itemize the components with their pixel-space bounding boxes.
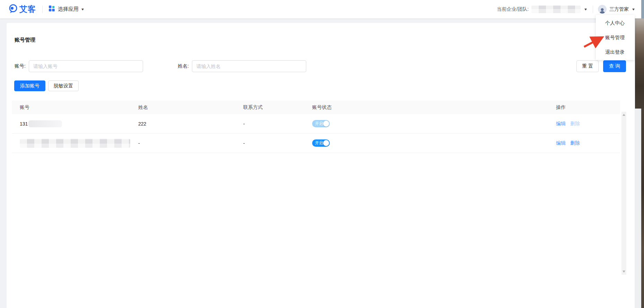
page-title: 账号管理 <box>15 37 35 43</box>
top-nav: 艾客 选择应用 ▼ 当前企业/团队: ▼ <box>0 0 644 18</box>
user-avatar[interactable] <box>598 5 607 14</box>
redacted-team-name <box>531 6 581 13</box>
table-row: 131 222 - 开启 编辑 删除 <box>12 114 620 134</box>
col-actions: 操作 <box>548 104 620 111</box>
scroll-up-icon[interactable] <box>623 114 625 116</box>
account-cell <box>12 139 130 148</box>
name-cell: - <box>130 140 235 146</box>
actions-cell: 编辑 删除 <box>548 121 620 127</box>
toggle-knob <box>323 140 329 146</box>
app-grid-icon <box>49 6 55 13</box>
account-field-label: 账号: <box>15 63 26 69</box>
redacted-account-number <box>20 139 130 148</box>
top-nav-left: 艾客 选择应用 ▼ <box>8 4 84 15</box>
user-name[interactable]: 三方管家 <box>609 6 629 12</box>
name-input[interactable] <box>192 60 306 72</box>
toggle-knob <box>323 121 329 127</box>
desktop-edge-dark-strip <box>641 109 644 308</box>
account-number-partial: 131 <box>20 121 28 127</box>
logo-text: 艾客 <box>19 4 36 15</box>
search-actions: 重 置 查 询 <box>576 60 626 72</box>
col-contact: 联系方式 <box>235 104 304 111</box>
divider <box>42 6 43 13</box>
account-cell: 131 <box>12 120 130 127</box>
scroll-down-icon[interactable] <box>623 271 625 273</box>
contact-cell: - <box>235 140 304 146</box>
desensitize-settings-button[interactable]: 脱敏设置 <box>48 80 79 91</box>
table-header-row: 账号 姓名 联系方式 账号状态 操作 <box>12 101 620 114</box>
top-nav-right: 当前企业/团队: ▼ 三方管家 ▼ <box>497 5 635 14</box>
desktop-edge-strip <box>635 18 644 109</box>
desktop-edge-top <box>641 0 644 18</box>
app-switcher-label: 选择应用 <box>58 6 79 12</box>
edit-link[interactable]: 编辑 <box>556 121 566 127</box>
logo-icon <box>8 4 18 15</box>
red-annotation-arrow <box>581 34 606 50</box>
delete-link[interactable]: 删除 <box>570 121 580 127</box>
status-cell: 开启 <box>304 120 548 127</box>
contact-cell: - <box>235 121 304 127</box>
status-cell: 开启 <box>304 139 548 147</box>
name-field-label: 姓名: <box>178 63 189 69</box>
status-toggle[interactable]: 开启 <box>312 120 330 127</box>
col-name: 姓名 <box>130 104 235 111</box>
name-cell: 222 <box>130 121 235 127</box>
status-toggle[interactable]: 开启 <box>312 139 330 147</box>
app-logo[interactable]: 艾客 <box>8 4 36 15</box>
actions-cell: 编辑 删除 <box>548 140 620 146</box>
app-switcher[interactable]: 选择应用 ▼ <box>49 6 84 13</box>
user-chevron-down-icon[interactable]: ▼ <box>632 8 636 11</box>
search-form: 账号: 姓名: 重 置 查 询 <box>15 60 626 72</box>
edit-link[interactable]: 编辑 <box>556 140 566 146</box>
menu-item-personal-center[interactable]: 个人中心 <box>596 16 635 30</box>
query-button[interactable]: 查 询 <box>603 60 626 72</box>
status-toggle-label: 开启 <box>315 140 323 146</box>
browser-scrollbar-track[interactable] <box>635 109 642 308</box>
redacted-account-number <box>28 120 62 127</box>
divider <box>593 6 593 13</box>
reset-button[interactable]: 重 置 <box>576 60 599 72</box>
table-row: - - 开启 编辑 删除 <box>12 134 620 153</box>
add-account-button[interactable]: 添加账号 <box>14 80 45 91</box>
chevron-down-icon: ▼ <box>81 8 85 11</box>
table-toolbar: 添加账号 脱敏设置 <box>14 80 79 91</box>
current-team-label: 当前企业/团队: <box>497 6 529 12</box>
team-chevron-down-icon[interactable]: ▼ <box>584 8 588 11</box>
account-management-screen: 艾客 选择应用 ▼ 当前企业/团队: ▼ <box>0 0 644 308</box>
col-status: 账号状态 <box>304 104 548 111</box>
table-scrollbar[interactable] <box>621 112 626 275</box>
account-input[interactable] <box>29 60 143 72</box>
status-toggle-label: 开启 <box>315 121 323 127</box>
col-account: 账号 <box>12 104 130 111</box>
delete-link[interactable]: 删除 <box>570 140 580 146</box>
accounts-table: 账号 姓名 联系方式 账号状态 操作 131 222 - 开启 <box>12 101 620 153</box>
content-card: 账号管理 账号: 姓名: 重 置 查 询 添加账号 脱敏设置 账号 姓名 联系方… <box>7 23 635 308</box>
